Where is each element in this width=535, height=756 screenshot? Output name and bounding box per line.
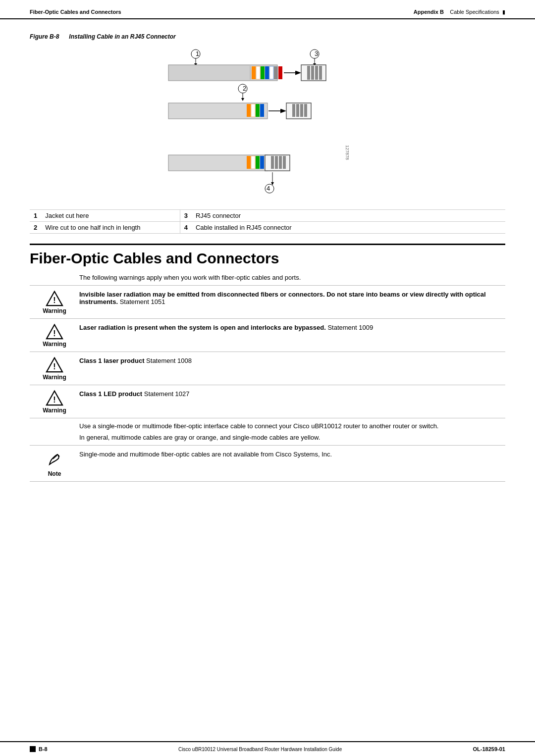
svg-rect-12 <box>278 66 282 79</box>
svg-text:4: 4 <box>267 185 270 192</box>
svg-rect-10 <box>269 66 273 79</box>
callout-num-4: 4 <box>180 222 192 234</box>
svg-rect-23 <box>315 66 318 80</box>
svg-text:!: ! <box>53 362 55 371</box>
svg-rect-35 <box>304 104 307 117</box>
figure-diagram: 1 2 3 <box>144 46 391 204</box>
warning-normal-1: Statement 1051 <box>118 298 165 305</box>
warning-label-1: Warning <box>43 307 66 314</box>
footer-center: Cisco uBR10012 Universal Broadband Route… <box>178 747 342 752</box>
warning-triangle-icon-2: ! <box>46 324 63 340</box>
main-content: Figure B-8 Installing Cable in an RJ45 C… <box>0 19 535 482</box>
intro-text: The following warnings apply when you wo… <box>79 274 505 281</box>
header-appendix: Appendix B <box>414 9 444 15</box>
callout-text-1: Jacket cut here <box>41 210 180 222</box>
callout-num-1: 1 <box>30 210 41 222</box>
warning-bold-4: Class 1 LED product <box>79 390 142 398</box>
table-row: 2 Wire cut to one half inch in length 4 … <box>30 222 505 234</box>
body-para-1: Use a single-mode or multimode fiber-opt… <box>79 422 505 430</box>
svg-rect-6 <box>252 66 256 79</box>
svg-rect-38 <box>251 156 255 169</box>
svg-text:!: ! <box>53 329 55 338</box>
callout-text-2: Wire cut to one half inch in length <box>41 222 180 234</box>
warning-icon-col-4: ! Warning <box>30 389 79 414</box>
callout-text-4: Cable installed in RJ45 connector <box>192 222 505 234</box>
warning-icon-col-1: ! Warning <box>30 290 79 314</box>
svg-text:2: 2 <box>243 85 246 92</box>
warning-text-1: Invisible laser radiation may be emitted… <box>79 290 505 305</box>
svg-text:1: 1 <box>196 50 199 57</box>
warning-row-4: ! Warning Class 1 LED product Statement … <box>30 385 505 418</box>
section-divider <box>30 418 505 418</box>
svg-rect-26 <box>247 104 251 117</box>
svg-rect-9 <box>265 66 269 79</box>
callout-text-3: RJ45 connector <box>192 210 505 222</box>
note-pencil-icon <box>46 451 63 468</box>
page-footer: B-8 Cisco uBR10012 Universal Broadband R… <box>0 741 535 756</box>
warning-normal-4: Statement 1027 <box>142 390 189 398</box>
svg-rect-27 <box>251 104 255 117</box>
svg-rect-24 <box>319 66 322 80</box>
svg-rect-44 <box>279 156 282 169</box>
header-section: Cable Specifications <box>450 9 499 15</box>
warning-text-2: Laser radiation is present when the syst… <box>79 323 505 331</box>
warning-triangle-icon-4: ! <box>46 390 63 406</box>
svg-text:!: ! <box>53 296 55 304</box>
svg-rect-22 <box>311 66 314 80</box>
header-right: Appendix B Cable Specifications ▮ <box>414 9 505 15</box>
footer-page-number: B-8 <box>39 746 48 752</box>
page-header: Fiber-Optic Cables and Connectors Append… <box>0 0 535 19</box>
section-heading: Fiber-Optic Cables and Connectors <box>30 244 505 267</box>
warning-label-3: Warning <box>43 374 66 381</box>
footer-doc-number: OL-18259-01 <box>473 746 505 752</box>
svg-text:3: 3 <box>315 50 318 57</box>
warning-row-3: ! Warning Class 1 laser product Statemen… <box>30 352 505 385</box>
note-divider <box>30 481 505 482</box>
svg-rect-33 <box>296 104 299 117</box>
svg-rect-29 <box>260 104 264 117</box>
note-row: Note Single-mode and multimode fiber-opt… <box>30 445 505 481</box>
cable-svg: 1 2 3 <box>144 46 391 200</box>
svg-text:127878: 127878 <box>345 145 350 160</box>
note-icon-col: Note <box>30 450 79 477</box>
body-para-2: In general, multimode cables are gray or… <box>79 434 505 441</box>
warning-text-3: Class 1 laser product Statement 1008 <box>79 356 505 364</box>
svg-rect-43 <box>275 156 278 169</box>
svg-rect-39 <box>256 156 260 169</box>
warning-triangle-icon-3: ! <box>46 357 63 373</box>
svg-text:!: ! <box>53 396 55 404</box>
svg-rect-45 <box>283 156 286 169</box>
warning-bold-2: Laser radiation is present when the syst… <box>79 324 326 331</box>
warning-row-1: ! Warning Invisible laser radiation may … <box>30 285 505 318</box>
figure-caption: Figure B-8 Installing Cable in an RJ45 C… <box>30 33 505 40</box>
warning-triangle-icon-1: ! <box>46 291 63 306</box>
svg-rect-8 <box>261 66 265 79</box>
svg-rect-21 <box>307 66 310 80</box>
warning-normal-2: Statement 1009 <box>326 324 373 331</box>
svg-rect-28 <box>256 104 260 117</box>
svg-rect-7 <box>256 66 260 79</box>
footer-left: B-8 <box>30 746 48 752</box>
svg-rect-42 <box>271 156 274 169</box>
note-text: Single-mode and multimode fiber-optic ca… <box>79 450 505 458</box>
svg-rect-11 <box>274 66 278 79</box>
callout-num-2: 2 <box>30 222 41 234</box>
footer-square-icon <box>30 746 36 752</box>
warning-text-4: Class 1 LED product Statement 1027 <box>79 389 505 398</box>
warning-row-2: ! Warning Laser radiation is present whe… <box>30 318 505 352</box>
svg-rect-34 <box>300 104 303 117</box>
figure-title: Installing Cable in an RJ45 Connector <box>69 33 175 40</box>
warning-label-4: Warning <box>43 407 66 414</box>
svg-rect-37 <box>247 156 251 169</box>
warning-normal-3: Statement 1008 <box>145 357 192 364</box>
note-label: Note <box>48 470 61 477</box>
figure-label: Figure B-8 <box>30 33 59 40</box>
warning-bold-3: Class 1 laser product <box>79 357 145 364</box>
table-row: 1 Jacket cut here 3 RJ45 connector <box>30 210 505 222</box>
svg-rect-32 <box>292 104 295 117</box>
header-section-label: Fiber-Optic Cables and Connectors <box>30 9 121 15</box>
warning-icon-col-3: ! Warning <box>30 356 79 381</box>
callout-num-3: 3 <box>180 210 192 222</box>
svg-rect-40 <box>260 156 264 169</box>
warning-label-2: Warning <box>43 341 66 348</box>
